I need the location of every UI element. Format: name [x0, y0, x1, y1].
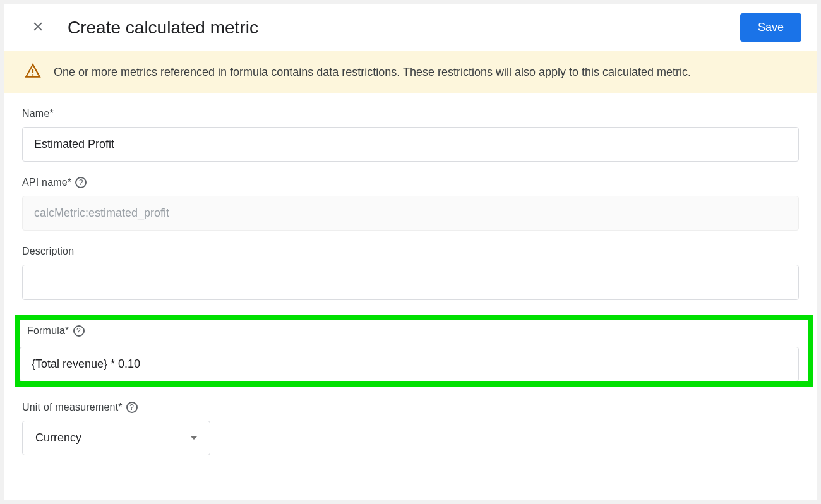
description-input[interactable] [22, 265, 799, 300]
unit-select[interactable]: Currency [22, 421, 210, 455]
warning-icon [25, 63, 41, 81]
help-icon[interactable]: ? [73, 325, 85, 337]
formula-label-row: Formula* ? [27, 325, 799, 337]
form-body: Name* API name* ? Description Formula* ? [4, 93, 817, 486]
close-icon [31, 20, 45, 35]
formula-highlight-box: Formula* ? [15, 315, 813, 387]
unit-label: Unit of measurement* [22, 402, 123, 413]
save-button[interactable]: Save [740, 13, 801, 42]
description-field-group: Description [22, 246, 799, 300]
formula-label: Formula* [27, 325, 69, 337]
warning-text: One or more metrics referenced in formul… [54, 66, 691, 79]
name-label: Name* [22, 108, 799, 119]
unit-field-group: Unit of measurement* ? Currency [22, 402, 799, 455]
unit-select-wrap: Currency [22, 421, 210, 455]
unit-label-row: Unit of measurement* ? [22, 402, 799, 413]
close-button[interactable] [27, 16, 49, 39]
api-name-input [22, 196, 799, 231]
name-field-group: Name* [22, 108, 799, 162]
create-metric-panel: Create calculated metric Save One or mor… [4, 4, 817, 500]
description-label: Description [22, 246, 799, 257]
help-icon[interactable]: ? [126, 402, 138, 413]
help-icon[interactable]: ? [75, 177, 87, 188]
svg-rect-1 [32, 74, 33, 75]
api-name-label-row: API name* ? [22, 177, 799, 188]
api-name-label: API name* [22, 177, 71, 188]
formula-field-group: Formula* ? [22, 315, 799, 387]
svg-rect-0 [32, 69, 33, 73]
page-title: Create calculated metric [68, 18, 740, 38]
panel-header: Create calculated metric Save [4, 4, 817, 51]
formula-input[interactable] [20, 347, 799, 381]
warning-banner: One or more metrics referenced in formul… [4, 51, 817, 93]
api-name-field-group: API name* ? [22, 177, 799, 231]
name-input[interactable] [22, 127, 799, 162]
